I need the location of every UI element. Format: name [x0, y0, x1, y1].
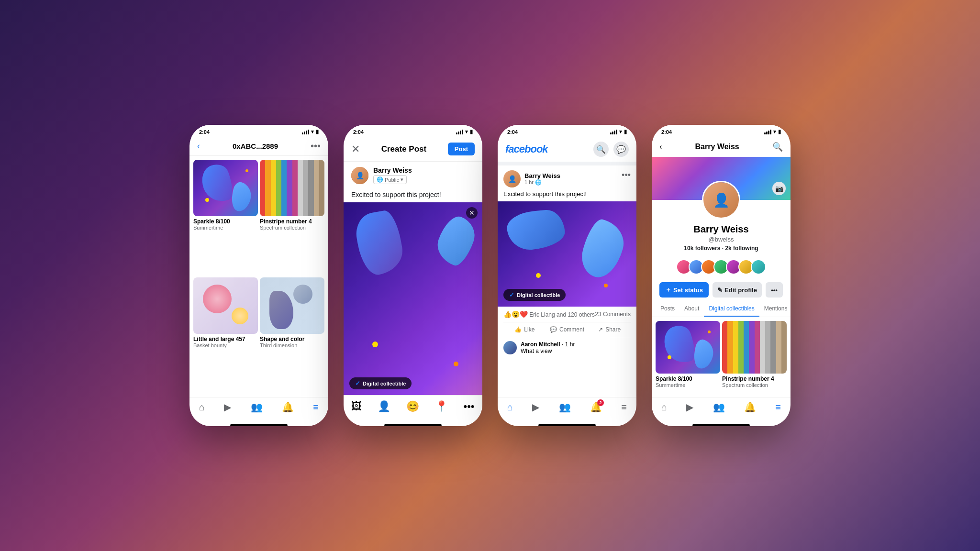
- wifi-icon: ▾: [311, 129, 314, 135]
- battery-icon: ▮: [316, 129, 319, 135]
- fb-header: facebook 🔍 💬: [498, 137, 636, 162]
- followers-label: followers ·: [695, 245, 725, 252]
- status-bar-3: 2:04 ▾ ▮: [498, 125, 636, 137]
- post-button[interactable]: Post: [448, 143, 475, 155]
- battery-icon-4: ▮: [778, 129, 781, 135]
- feeling-icon[interactable]: 😊: [406, 400, 419, 413]
- item-title-shape: Shape and color: [260, 336, 324, 342]
- set-status-button[interactable]: ＋ Set status: [659, 282, 709, 298]
- pinstripe-image: [260, 160, 324, 216]
- photo-icon[interactable]: 🖼: [351, 400, 362, 413]
- profile-collectibles-grid: Sparkle 8/100 Summertime Pinstripe numbe…: [652, 317, 791, 397]
- profile-collectible-pinstripe[interactable]: Pinstripe number 4 Spectrum collection: [722, 321, 787, 393]
- signal-icon: [302, 130, 309, 134]
- fb-nav-video[interactable]: ▶: [532, 401, 539, 413]
- feed-dot-1: [536, 273, 541, 278]
- tab-digital-collectibles[interactable]: Digital collectibles: [704, 301, 759, 317]
- tab-mentions[interactable]: Mentions: [759, 301, 791, 317]
- profile-nav-video[interactable]: ▶: [686, 401, 693, 413]
- more-profile-button[interactable]: •••: [766, 282, 783, 298]
- gallery-item-pinstripe[interactable]: Pinstripe number 4 Spectrum collection: [260, 160, 324, 276]
- profile-collectible-sparkle[interactable]: Sparkle 8/100 Summertime: [656, 321, 720, 393]
- chevron-icon: ▾: [401, 176, 403, 183]
- feed-post-text: Excited to support this project!: [498, 190, 636, 201]
- fb-nav-home[interactable]: ⌂: [507, 402, 513, 413]
- status-icons-1: ▾ ▮: [302, 129, 319, 135]
- item-title-little: Little and large 457: [193, 336, 258, 342]
- search-button[interactable]: 🔍: [593, 142, 609, 157]
- feed-username: Barry Weiss: [524, 172, 560, 179]
- location-icon[interactable]: 📍: [435, 400, 448, 413]
- feed-digital-badge: ✓ Digital collectible: [503, 289, 566, 301]
- fb-nav-menu[interactable]: ≡: [621, 402, 627, 413]
- commenter-name: Aaron Mitchell: [521, 341, 560, 348]
- edit-profile-button[interactable]: ✎ Edit profile: [713, 282, 762, 298]
- profile-back-button[interactable]: ‹: [659, 143, 662, 151]
- profile-nav-friends[interactable]: 👥: [713, 401, 725, 413]
- profile-handle: @bweiss: [659, 236, 783, 243]
- fb-header-icons: 🔍 💬: [593, 142, 629, 157]
- status-icons-4: ▾ ▮: [764, 129, 781, 135]
- profile-nav-bell[interactable]: 🔔: [744, 401, 756, 413]
- cover-camera-button[interactable]: 📷: [772, 182, 786, 195]
- gallery-grid: Sparkle 8/100 Summertime Pinstripe numbe…: [189, 156, 328, 397]
- profile-item-title-pinstripe: Pinstripe number 4: [722, 375, 787, 382]
- more-button[interactable]: •••: [311, 141, 321, 152]
- nav-menu[interactable]: ≡: [313, 402, 319, 413]
- profile-nav-row: ‹ Barry Weiss 🔍: [652, 137, 791, 157]
- time-2: 2:04: [353, 129, 364, 135]
- more-options-icon[interactable]: •••: [463, 400, 474, 413]
- privacy-badge[interactable]: 🌐 Public ▾: [373, 175, 407, 184]
- plus-icon: ＋: [665, 286, 671, 294]
- tab-posts[interactable]: Posts: [656, 301, 679, 317]
- create-post-title: Create Post: [381, 144, 426, 154]
- home-indicator-2: [384, 424, 442, 426]
- feed-post-image: ✓ Digital collectible: [498, 201, 636, 307]
- nav-home[interactable]: ⌂: [199, 402, 205, 413]
- item-title-pinstripe: Pinstripe number 4: [260, 218, 324, 225]
- post-user-info: Barry Weiss 🌐 Public ▾: [373, 166, 412, 184]
- nav-bell[interactable]: 🔔: [282, 401, 294, 413]
- signal-icon-4: [764, 130, 771, 134]
- post-image-container: ✕ ✓ Digital collectible: [344, 202, 482, 395]
- back-button[interactable]: ‹: [197, 141, 200, 151]
- home-indicator-4: [692, 424, 750, 426]
- comments-count: 23 Comments: [595, 311, 631, 318]
- status-bar-4: 2:04 ▾ ▮: [652, 125, 791, 137]
- gallery-item-little[interactable]: Little and large 457 Basket bounty: [193, 277, 258, 393]
- profile-name: Barry Weiss: [659, 224, 783, 235]
- tag-people-icon[interactable]: 👤: [378, 400, 390, 413]
- comment-row: Aaron Mitchell · 1 hr What a view: [498, 337, 636, 358]
- fb-nav-friends[interactable]: 👥: [559, 401, 571, 413]
- friends-row: [652, 255, 791, 278]
- comment-time-dot: ·: [562, 341, 565, 348]
- fluid-dot-1: [372, 342, 378, 347]
- like-button[interactable]: 👍 Like: [503, 322, 546, 337]
- share-button[interactable]: ↗ Share: [588, 322, 631, 337]
- feed-post-time: 1 hr 🌐: [524, 179, 560, 186]
- nav-friends[interactable]: 👥: [251, 401, 263, 413]
- profile-stats: 10k followers · 2k following: [659, 245, 783, 252]
- feed-avatar: 👤: [503, 170, 521, 187]
- profile-nav-home[interactable]: ⌂: [661, 402, 667, 413]
- comment-preview: What a view: [521, 348, 575, 354]
- profile-nav-menu[interactable]: ≡: [775, 402, 781, 413]
- post-text-area[interactable]: Excited to support this project!: [344, 189, 482, 202]
- messenger-button[interactable]: 💬: [613, 142, 629, 157]
- comment-button[interactable]: 💬 Comment: [546, 322, 589, 337]
- gallery-item-shape[interactable]: Shape and color Third dimension: [260, 277, 324, 393]
- gallery-header: ‹ 0xABC...2889 •••: [189, 137, 328, 156]
- status-icons-3: ▾ ▮: [610, 129, 627, 135]
- fluid-shape-2: [432, 212, 480, 269]
- close-button[interactable]: ✕: [351, 143, 360, 155]
- time-4: 2:04: [661, 129, 672, 135]
- nav-video[interactable]: ▶: [224, 401, 231, 413]
- remove-image-button[interactable]: ✕: [466, 207, 478, 219]
- more-btn-feed[interactable]: •••: [622, 170, 631, 180]
- post-text: Excited to support this project!: [351, 191, 441, 198]
- item-subtitle-shape: Third dimension: [260, 342, 324, 348]
- gallery-item-sparkle[interactable]: Sparkle 8/100 Summertime: [193, 160, 258, 276]
- edit-icon: ✎: [717, 287, 723, 294]
- tab-about[interactable]: About: [679, 301, 704, 317]
- profile-search-button[interactable]: 🔍: [772, 142, 783, 152]
